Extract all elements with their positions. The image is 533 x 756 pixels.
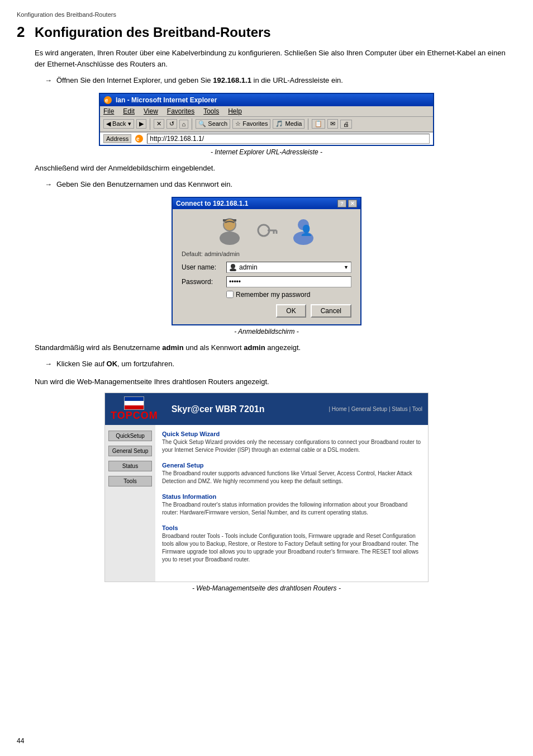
ie-favorites-button[interactable]: ☆ Favorites <box>232 119 270 129</box>
webmgmt-product-title: Skyr@cer WBR 7201n <box>172 404 265 414</box>
password-value: ••••• <box>229 278 241 286</box>
ie-menu-bar: File Edit View Favorites Tools Help <box>100 106 433 117</box>
remember-label: Remember my password <box>236 291 310 299</box>
arrow-item-3: → Klicken Sie auf OK, um fortzufahren. <box>45 358 516 370</box>
ie-menu-tools[interactable]: Tools <box>203 107 219 115</box>
webmgmt-section-title-3: Tools <box>162 525 421 531</box>
ie-menu-help[interactable]: Help <box>228 107 242 115</box>
ie-search-button[interactable]: 🔍 Search <box>196 119 230 129</box>
dialog-key-icon <box>255 219 278 242</box>
svg-text:e: e <box>136 136 140 142</box>
dialog-body: 👤 Default: admin/admin User name: admin … <box>173 209 360 324</box>
arrow-icon-3: → <box>45 358 52 370</box>
webmgmt-section-title-1: General Setup <box>162 462 421 469</box>
ie-refresh-button[interactable]: ↺ <box>166 119 177 129</box>
dialog-title-icons: ? ✕ <box>337 200 357 207</box>
password-input-wrapper: ••••• <box>226 276 351 287</box>
webmgmt-section-text-2: The Broadband router's status informatio… <box>162 501 421 517</box>
ie-toolbar: ◀ Back ▾ ▶ ✕ ↺ ⌂ 🔍 Search ☆ Favorites 🎵 … <box>100 117 433 132</box>
svg-text:👤: 👤 <box>300 224 313 237</box>
ie-menu-edit[interactable]: Edit <box>123 107 135 115</box>
ie-screenshot: e lan - Microsoft Internet Explorer File… <box>99 93 434 146</box>
webmgmt-section-text-3: Broadband router Tools - Tools include C… <box>162 532 421 564</box>
webmgmt-generalsetup-button[interactable]: General Setup <box>108 446 152 456</box>
ie-stop-button[interactable]: ✕ <box>154 119 164 129</box>
arrow-item-2: → Geben Sie den Benutzernamen und das Ke… <box>45 179 516 190</box>
webmgmt-caption: - Web-Managementseite des drahtlosen Rou… <box>17 584 516 592</box>
ie-forward-button[interactable]: ▶ <box>136 119 146 129</box>
ie-menu-view[interactable]: View <box>144 107 158 115</box>
webmgmt-nav-links: | Home | General Setup | Status | Tool <box>329 406 422 412</box>
webmgmt-intro-text: Nun wird die Web-Managementseite Ihres d… <box>35 376 516 388</box>
webmgmt-section-quicksetup: Quick Setup Wizard The Quick Setup Wizar… <box>162 431 421 454</box>
webmgmt-screenshot: TOPCOM Skyr@cer WBR 7201n | Home | Gener… <box>104 393 429 582</box>
ie-mail-button[interactable]: ✉ <box>327 119 338 129</box>
section-heading: 2 Konfiguration des Breitband-Routers <box>17 23 516 41</box>
dialog-user-icon-left <box>215 216 244 245</box>
dialog-title-bar: Connect to 192.168.1.1 ? ✕ <box>173 198 360 209</box>
webmgmt-quicksetup-button[interactable]: QuickSetup <box>108 431 152 441</box>
topcom-logo-text: TOPCOM <box>111 410 158 422</box>
webmgmt-sidebar: QuickSetup General Setup Status Tools <box>105 425 155 582</box>
ie-caption: - Internet Explorer URL-Adressleiste - <box>17 148 516 156</box>
webmgmt-section-generalsetup: General Setup The Broadband router suppo… <box>162 462 421 485</box>
ie-address-label: Address <box>103 134 131 143</box>
dialog-buttons: OK Cancel <box>182 304 351 318</box>
ie-print-button[interactable]: 🖨 <box>340 120 352 129</box>
webmgmt-section-title-2: Status Information <box>162 493 421 500</box>
dialog-user-icon-right: 👤 <box>289 216 318 245</box>
arrow2-text: Geben Sie den Benutzernamen und das Kenn… <box>56 179 232 190</box>
ie-address-icon: e <box>135 134 144 143</box>
ok-button[interactable]: OK <box>276 304 306 318</box>
username-input-wrapper: admin ▼ <box>226 262 351 273</box>
webmgmt-header: TOPCOM Skyr@cer WBR 7201n | Home | Gener… <box>105 393 428 425</box>
ie-history-button[interactable]: 📋 <box>312 119 325 129</box>
ie-home-button[interactable]: ⌂ <box>179 120 189 129</box>
ie-title-text: lan - Microsoft Internet Explorer <box>116 96 217 104</box>
svg-point-16 <box>230 268 236 271</box>
topcom-flag-icon <box>124 396 144 410</box>
webmgmt-status-button[interactable]: Status <box>108 461 152 471</box>
standard-text: Standardmäßig wird als Benutzername admi… <box>35 342 516 353</box>
arrow3-text: Klicken Sie auf OK, um fortzufahren. <box>56 358 174 370</box>
ie-address-input[interactable] <box>147 134 430 144</box>
dialog-icon-area: 👤 <box>182 216 351 245</box>
breadcrumb: Konfiguration des Breitband-Routers <box>17 11 516 18</box>
username-label: User name: <box>182 263 226 271</box>
username-row: User name: admin ▼ <box>182 262 351 273</box>
dialog-close-button[interactable]: ✕ <box>348 200 357 207</box>
ie-title-bar: e lan - Microsoft Internet Explorer <box>100 94 433 106</box>
ie-back-button[interactable]: ◀ Back ▾ <box>103 119 134 129</box>
password-label: Password: <box>182 278 226 286</box>
ie-title-icon: e <box>103 96 112 105</box>
username-dropdown-icon[interactable]: ▼ <box>344 264 349 270</box>
ie-address-bar: Address e <box>100 132 433 145</box>
arrow1-text: Öffnen Sie den Internet Explorer, und ge… <box>56 75 343 86</box>
remember-row: Remember my password <box>226 291 351 299</box>
topcom-logo-area: TOPCOM <box>111 396 158 422</box>
ie-media-button[interactable]: 🎵 Media <box>273 119 304 129</box>
section-number: 2 <box>17 23 28 41</box>
cancel-button[interactable]: Cancel <box>311 304 351 318</box>
webmgmt-body: QuickSetup General Setup Status Tools Qu… <box>105 425 428 582</box>
intro-text: Es wird angeraten, Ihren Router über ein… <box>35 48 516 69</box>
svg-point-5 <box>220 231 240 245</box>
anschluss-text: Anschließend wird der Anmeldebildschirm … <box>35 163 516 174</box>
dialog-container: Connect to 192.168.1.1 ? ✕ <box>17 197 516 325</box>
username-value: admin <box>239 263 258 271</box>
toolbar-sep-3 <box>308 119 308 130</box>
svg-text:e: e <box>105 97 108 103</box>
dialog-caption: - Anmeldebildschirm - <box>17 328 516 336</box>
webmgmt-tools-button[interactable]: Tools <box>108 476 152 486</box>
ie-menu-file[interactable]: File <box>103 107 114 115</box>
dialog-help-button[interactable]: ? <box>337 200 346 207</box>
arrow-item-1: → Öffnen Sie den Internet Explorer, und … <box>45 75 516 86</box>
ie-menu-favorites[interactable]: Favorites <box>167 107 194 115</box>
section-title: Konfiguration des Breitband-Routers <box>35 25 271 40</box>
webmgmt-section-text-0: The Quick Setup Wizard provides only the… <box>162 438 421 454</box>
password-row: Password: ••••• <box>182 276 351 287</box>
remember-checkbox[interactable] <box>226 291 234 298</box>
toolbar-sep-2 <box>192 119 192 130</box>
arrow-icon-1: → <box>45 75 52 86</box>
connect-dialog: Connect to 192.168.1.1 ? ✕ <box>172 197 361 325</box>
